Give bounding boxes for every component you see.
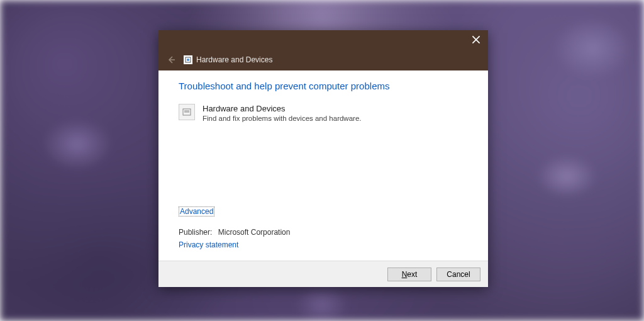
troubleshooter-item[interactable]: Hardware and Devices Find and fix proble… bbox=[179, 104, 468, 122]
advanced-link[interactable]: Advanced bbox=[179, 206, 214, 217]
troubleshooter-text: Hardware and Devices Find and fix proble… bbox=[203, 104, 362, 122]
breadcrumb-title: Hardware and Devices bbox=[196, 55, 272, 64]
titlebar bbox=[158, 30, 488, 49]
close-icon bbox=[472, 35, 480, 44]
back-button[interactable] bbox=[165, 54, 177, 66]
troubleshooter-dialog: Hardware and Devices Troubleshoot and he… bbox=[158, 30, 488, 287]
svg-point-4 bbox=[187, 59, 189, 61]
svg-rect-6 bbox=[184, 110, 189, 113]
cancel-button[interactable]: Cancel bbox=[436, 268, 480, 281]
privacy-statement-link[interactable]: Privacy statement bbox=[179, 240, 238, 249]
troubleshooter-icon bbox=[184, 55, 192, 64]
troubleshooter-title: Hardware and Devices bbox=[203, 104, 362, 113]
breadcrumb-bar: Hardware and Devices bbox=[158, 49, 488, 70]
back-arrow-icon bbox=[166, 55, 176, 65]
page-heading: Troubleshoot and help prevent computer p… bbox=[179, 81, 468, 91]
next-button[interactable]: Next bbox=[387, 268, 431, 281]
troubleshooter-description: Find and fix problems with devices and h… bbox=[203, 115, 362, 122]
publisher-row: Publisher: Microsoft Corporation bbox=[179, 228, 468, 237]
button-bar: Next Cancel bbox=[158, 261, 488, 287]
publisher-label: Publisher: bbox=[179, 228, 212, 237]
close-button[interactable] bbox=[472, 35, 480, 44]
dialog-content: Troubleshoot and help prevent computer p… bbox=[158, 70, 488, 261]
publisher-value: Microsoft Corporation bbox=[218, 228, 291, 237]
hardware-icon bbox=[179, 104, 195, 120]
